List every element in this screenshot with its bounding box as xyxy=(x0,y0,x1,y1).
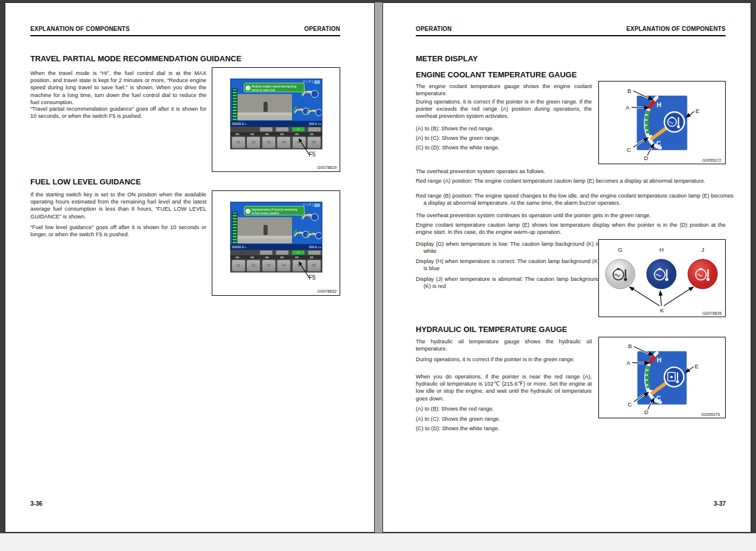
page-spread-gap xyxy=(375,2,382,533)
svg-text:E: E xyxy=(695,108,699,114)
header-right-text: OPERATION xyxy=(304,26,340,32)
service-meter-value: 00000.0 xyxy=(232,122,244,126)
key-f2: F2 xyxy=(247,137,260,148)
coolant-post-2: Red range (A) position: The engine coola… xyxy=(416,177,733,184)
key-f1: F1 xyxy=(232,260,245,271)
coolant-range-ab: (A) to (B): Shows the red range. xyxy=(416,126,494,132)
key-f1: F1 xyxy=(232,137,245,148)
display-g-text: Display (G) when temperature is low: The… xyxy=(416,240,600,255)
monitor-status-icons: ⊙| P| xyxy=(303,80,320,84)
coolant-gauge-figure: H C B A E C D G0055372 xyxy=(598,81,726,164)
guidance-banner: ✓ Approximately 8 hour(s) remaining to f… xyxy=(244,206,305,215)
display-h-text: Display (H) when temperature is correct:… xyxy=(416,258,600,272)
person-silhouette xyxy=(263,225,268,235)
monitor-status-icons: ⊙| P| xyxy=(303,203,320,207)
page-header: OPERATION EXPLANATION OF COMPONENTS xyxy=(416,26,726,32)
coolant-post-1: The overheat prevention system operates … xyxy=(416,168,726,175)
svg-text:H: H xyxy=(659,246,663,253)
fuel-rate-unit: L/h xyxy=(318,123,321,126)
monitor-screen: ⊙| P| ✓ Reduce engine speed during long … xyxy=(230,79,322,121)
lamp-red xyxy=(688,259,718,289)
monitor-info-bar: 00000.0 h 000.0 L/h xyxy=(230,121,322,127)
header-left-text: EXPLANATION OF COMPONENTS xyxy=(30,26,130,32)
svg-text:H: H xyxy=(657,356,661,364)
service-meter-value: 00000.0 xyxy=(232,245,244,249)
figure-id: G0078829 xyxy=(317,165,337,170)
guidance-banner: ✓ Reduce engine speed during long travel… xyxy=(244,83,305,92)
coolant-gauge-diagram: H C B A E C D G0055372 xyxy=(599,82,725,164)
hydraulic-range-cd: (C) to (D): Shows the white range. xyxy=(416,425,500,431)
monitor-info-bar: 00000.0 h 000.0 L/h xyxy=(230,245,322,250)
viewer-toolbar: 3-36 (95 / 455) xyxy=(0,533,756,551)
svg-text:C: C xyxy=(628,401,632,408)
key-f2: F2 xyxy=(247,260,260,271)
figure-id: G0078832 xyxy=(317,289,337,293)
display-j-text: Display (J) when temperature is abnormal… xyxy=(416,276,600,290)
lamp-blue xyxy=(647,259,676,289)
svg-text:G0055376: G0055376 xyxy=(701,412,720,417)
softkey-1 xyxy=(260,127,272,132)
header-right-text: EXPLANATION OF COMPONENTS xyxy=(626,26,726,32)
coolant-post-3: Red range (B) position: The engine speed… xyxy=(416,192,733,206)
header-rule xyxy=(30,35,340,36)
service-meter-unit: h xyxy=(244,246,246,249)
softkey-2 xyxy=(276,127,288,132)
guidance-check-icon: ✓ xyxy=(246,86,250,90)
travel-guidance-figure: ⊙| P| ✓ Reduce engine speed during long … xyxy=(212,67,340,172)
lamp-white xyxy=(606,259,635,289)
coolant-paragraph-2: During operations, it is correct if the … xyxy=(416,98,592,120)
banner-line-2: to fuel empty caution xyxy=(252,211,303,215)
svg-text:G: G xyxy=(618,246,623,253)
page-number-left: 3-36 xyxy=(30,500,42,507)
service-meter-unit: h xyxy=(244,123,246,126)
monitor-screen: ⊙| P| ✓ Approximately 8 hour(s) remainin… xyxy=(230,202,322,245)
svg-text:D: D xyxy=(644,409,648,415)
section-title-hydraulic: HYDRAULIC OIL TEMPERATURE GAUGE xyxy=(416,325,567,334)
hydraulic-range-ac: (A) to (C): Shows the green range. xyxy=(416,416,500,422)
parking-indicator: P xyxy=(309,80,311,84)
rear-camera-view xyxy=(237,94,292,120)
header-rule xyxy=(416,35,726,36)
travel-paragraph-1: When the travel mode is “Hi”, the fuel c… xyxy=(30,70,206,106)
camera-mode-badge xyxy=(314,80,320,84)
svg-text:C: C xyxy=(627,146,631,153)
header-left-text: OPERATION xyxy=(416,26,452,32)
pdf-page-left: EXPLANATION OF COMPONENTS OPERATION TRAV… xyxy=(5,2,375,533)
parking-indicator: P xyxy=(309,203,311,207)
coolant-range-cd: (C) to (D): Shows the white range. xyxy=(416,145,500,151)
svg-text:K: K xyxy=(660,307,664,314)
hydraulic-paragraph-1: The hydraulic oil temperature gauge show… xyxy=(416,338,592,352)
hydraulic-paragraph-3: When you do operations, if the pointer i… xyxy=(416,373,592,402)
svg-text:E: E xyxy=(695,363,698,370)
section-title-coolant: ENGINE COOLANT TEMPERATURE GAUGE xyxy=(416,70,577,79)
rear-camera-view xyxy=(237,217,292,243)
fuel-level-bar-gauge xyxy=(232,89,237,121)
f5-callout-label: F5 xyxy=(309,274,316,281)
svg-text:A: A xyxy=(626,104,630,111)
section-title-meter-display: METER DISPLAY xyxy=(416,54,478,63)
key-f4: F4 xyxy=(277,137,290,148)
key-f3: F3 xyxy=(262,260,275,271)
key-f4: F4 xyxy=(277,260,290,271)
page-header: EXPLANATION OF COMPONENTS OPERATION xyxy=(30,26,340,32)
svg-text:G0055372: G0055372 xyxy=(702,158,721,162)
fuel-rate-value: 000.0 xyxy=(309,245,317,249)
section-title-fuel: FUEL LOW LEVEL GUIDANCE xyxy=(30,177,141,186)
travel-paragraph-2: “Travel partial recommendation guidance”… xyxy=(30,105,206,120)
hydraulic-range-ab: (A) to (B): Shows the red range. xyxy=(416,406,494,412)
fuel-level-bar-gauge xyxy=(232,212,237,244)
guidance-check-icon: ✓ xyxy=(246,209,250,214)
svg-text:C: C xyxy=(656,140,661,147)
camera-mode-badge xyxy=(314,204,320,207)
caution-lamp-diagram: G H J xyxy=(599,240,725,317)
softkey-1 xyxy=(260,251,272,255)
fuel-rate-value: 000.0 xyxy=(309,122,317,126)
person-silhouette xyxy=(263,102,268,112)
svg-text:C: C xyxy=(656,395,661,402)
caution-lamp-figure: G H J xyxy=(598,239,726,317)
coolant-range-ac: (A) to (C): Shows the green range. xyxy=(416,135,500,141)
hydraulic-paragraph-2: During operations, it is correct if the … xyxy=(416,356,592,363)
softkey-2 xyxy=(276,251,288,255)
coolant-paragraph-1: The engine coolant temperature gauge sho… xyxy=(416,83,592,97)
coolant-post-4: The overheat prevention system continues… xyxy=(416,212,726,219)
